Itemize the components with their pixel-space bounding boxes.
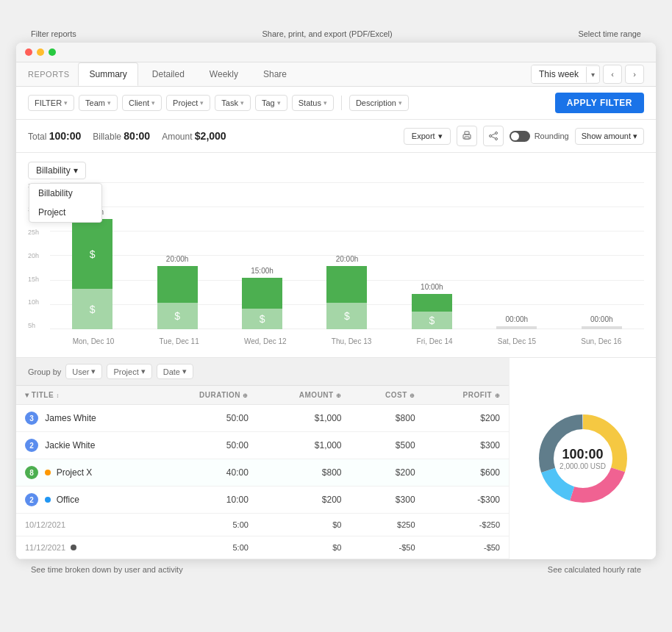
project-dot-icon xyxy=(45,470,51,475)
export-button[interactable]: Export ▾ xyxy=(404,128,451,145)
row-jackie-white-amount: $1,000 xyxy=(257,432,351,459)
row-office-duration: 10:00 xyxy=(154,486,257,514)
date-arrow-icon: ▾ xyxy=(182,367,187,376)
row-projectx-amount: $800 xyxy=(257,459,351,486)
row-office-amount: $200 xyxy=(257,486,351,514)
export-arrow-icon: ▾ xyxy=(438,132,443,141)
col-profit[interactable]: PROFIT ⊕ xyxy=(424,386,509,405)
filter-main-chip[interactable]: FILTER ▾ xyxy=(28,95,74,111)
nav-next-button[interactable]: › xyxy=(625,65,644,84)
filter-divider xyxy=(341,96,342,110)
col-title[interactable]: ▾ TITLE ↕ xyxy=(16,386,154,405)
row-indicator-dot xyxy=(71,545,76,550)
user-arrow-icon: ▾ xyxy=(91,367,96,376)
filter-team-chip[interactable]: Team ▾ xyxy=(79,95,118,111)
tabs-right: This week ▾ ‹ › xyxy=(531,65,644,84)
col-amount[interactable]: AMOUNT ⊕ xyxy=(257,386,351,405)
chart-col-thu: 20:00h $ xyxy=(326,255,367,329)
table-row: 2 Office 10:00 $200 $300 -$300 xyxy=(16,486,509,514)
billability-option-project[interactable]: Project xyxy=(29,203,101,222)
row-date2-duration: 5:00 xyxy=(154,536,257,559)
row-james-white-duration: 50:00 xyxy=(154,405,257,432)
billability-option-billability[interactable]: Billability xyxy=(29,184,101,203)
group-by-project[interactable]: Project ▾ xyxy=(107,364,151,379)
filter-label: FILTER xyxy=(35,98,62,107)
tab-detailed[interactable]: Detailed xyxy=(141,62,196,86)
nav-prev-button[interactable]: ‹ xyxy=(603,65,622,84)
row-date2-cost: -$50 xyxy=(350,536,423,559)
filter-tag-chip[interactable]: Tag ▾ xyxy=(255,95,287,111)
row-date2-title: 11/12/2021 xyxy=(16,536,154,559)
filter-bar: FILTER ▾ Team ▾ Client ▾ Project ▾ Task … xyxy=(16,87,656,120)
table-row: 2 Jackie White 50:00 $1,000 $500 $300 xyxy=(16,432,509,459)
svg-line-6 xyxy=(491,134,495,135)
row-jackie-white-duration: 50:00 xyxy=(154,432,257,459)
group-by-date[interactable]: Date ▾ xyxy=(157,364,193,379)
rounding-toggle[interactable] xyxy=(510,131,530,142)
share-button[interactable] xyxy=(483,126,504,146)
filter-project-chip[interactable]: Project ▾ xyxy=(166,95,210,111)
filter-client-chip[interactable]: Client ▾ xyxy=(122,95,162,111)
chart-col-mon: 35:00h $ $ xyxy=(72,208,112,329)
billability-dropdown[interactable]: Billability ▾ Billability Project xyxy=(28,162,86,179)
row-date1-profit: -$250 xyxy=(424,514,509,536)
annotation-time-breakdown: See time broken down by user and activit… xyxy=(31,565,183,574)
bar-tue-dark xyxy=(157,266,198,303)
group-by-user[interactable]: User ▾ xyxy=(65,364,102,379)
minimize-dot[interactable] xyxy=(37,49,44,56)
print-button[interactable] xyxy=(457,126,477,146)
row-james-white-profit: $200 xyxy=(424,405,509,432)
bar-thu-light: $ xyxy=(326,303,367,329)
filter-task-chip[interactable]: Task ▾ xyxy=(215,95,251,111)
donut-chart: 100:00 2,000.00 USD xyxy=(532,407,635,510)
sort-amount-icon: ⊕ xyxy=(336,392,342,399)
tab-weekly[interactable]: Weekly xyxy=(199,62,249,86)
project-arrow-icon: ▾ xyxy=(200,99,204,107)
filter-arrow-icon: ▾ xyxy=(64,99,68,107)
tab-share[interactable]: Share xyxy=(252,62,298,86)
row-james-white-amount: $1,000 xyxy=(257,405,351,432)
billable-stat: Billable 80:00 xyxy=(93,130,150,142)
filter-description-chip[interactable]: Description ▾ xyxy=(349,95,409,111)
sort-profit-icon: ⊕ xyxy=(495,392,501,399)
chart-col-sat: 00:00h xyxy=(496,315,537,329)
row-date1-amount: $0 xyxy=(257,514,351,536)
chart-area: Billability ▾ Billability Project 35h 30… xyxy=(16,153,656,358)
summary-actions: Export ▾ xyxy=(404,126,644,146)
row-badge: 2 xyxy=(25,493,38,506)
show-amount-button[interactable]: Show amount ▾ xyxy=(575,128,644,145)
client-arrow-icon: ▾ xyxy=(151,99,155,107)
reports-label: REPORTS xyxy=(28,70,69,79)
time-range-label: This week xyxy=(532,65,586,83)
filter-status-chip[interactable]: Status ▾ xyxy=(292,95,334,111)
app-window: REPORTS Summary Detailed Weekly Share Th… xyxy=(16,43,656,559)
share-icon xyxy=(488,131,498,141)
time-range-dropdown-arrow[interactable]: ▾ xyxy=(586,67,599,82)
row-date1-title: 10/12/2021 xyxy=(16,514,154,536)
export-label: Export xyxy=(412,132,435,140)
print-icon xyxy=(462,131,472,141)
bar-mon-dark: $ xyxy=(72,219,112,289)
tab-bar: REPORTS Summary Detailed Weekly Share Th… xyxy=(16,62,656,87)
row-date2-profit: -$50 xyxy=(424,536,509,559)
row-date1-cost: $250 xyxy=(350,514,423,536)
row-office-profit: -$300 xyxy=(424,486,509,514)
summary-stats: Total 100:00 Billable 80:00 Amount $2,00… xyxy=(28,130,226,142)
table-header: ▾ TITLE ↕ DURATION ⊕ AMOUNT ⊕ COST ⊕ PRO… xyxy=(16,386,509,405)
donut-value: 100:00 xyxy=(560,447,606,462)
chart-col-sun: 00:00h xyxy=(582,315,622,329)
billability-arrow-icon: ▾ xyxy=(74,165,78,176)
chart-col-wed: 15:00h $ xyxy=(242,267,282,329)
col-duration[interactable]: DURATION ⊕ xyxy=(154,386,257,405)
apply-filter-button[interactable]: APPLY FILTER xyxy=(555,93,644,113)
bottom-annotations: See time broken down by user and activit… xyxy=(16,559,656,580)
tab-summary[interactable]: Summary xyxy=(78,62,137,86)
tabs-left: REPORTS Summary Detailed Weekly Share xyxy=(28,62,298,86)
row-james-white-title: 3 James White xyxy=(16,405,154,432)
annotation-hourly-rate: See calculated hourly rate xyxy=(548,565,641,574)
col-cost[interactable]: COST ⊕ xyxy=(350,386,423,405)
svg-rect-2 xyxy=(465,137,469,139)
fullscreen-dot[interactable] xyxy=(49,49,56,56)
close-dot[interactable] xyxy=(25,49,32,56)
time-range-selector[interactable]: This week ▾ xyxy=(531,65,600,84)
